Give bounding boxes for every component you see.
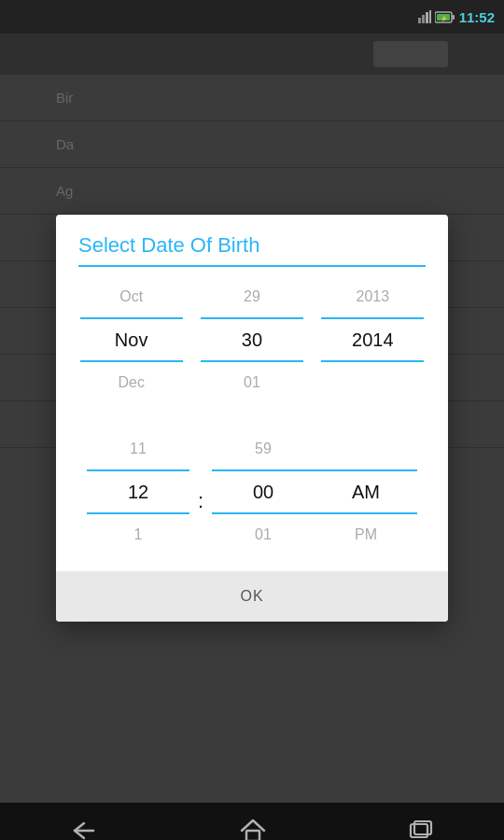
- year-next[interactable]: [321, 362, 424, 403]
- ampm-prev[interactable]: [315, 428, 417, 469]
- hour-next[interactable]: 1: [87, 514, 189, 555]
- svg-marker-2: [426, 12, 428, 23]
- main-background: Bir Da Ag Ag Ag Ag Ag Ag Select Date Of …: [0, 34, 504, 803]
- hour-selected[interactable]: 12: [87, 471, 189, 512]
- dialog-overlay: Select Date Of Birth Oct Nov Dec 29 30: [0, 34, 504, 803]
- dialog-actions: OK: [56, 571, 448, 622]
- hour-picker[interactable]: 11 12 1: [87, 428, 189, 555]
- dialog-title: Select Date Of Birth: [56, 215, 448, 258]
- month-prev[interactable]: Oct: [80, 276, 183, 317]
- status-bar: ⚡ 11:52: [0, 0, 504, 34]
- status-time: 11:52: [459, 9, 495, 25]
- year-selected[interactable]: 2014: [321, 319, 424, 360]
- svg-text:⚡: ⚡: [440, 15, 447, 22]
- month-picker[interactable]: Oct Nov Dec: [80, 276, 183, 403]
- hour-prev[interactable]: 11: [87, 428, 189, 469]
- time-picker-section[interactable]: 11 12 1 : 59 00: [56, 420, 448, 556]
- date-picker-dialog: Select Date Of Birth Oct Nov Dec 29 30: [56, 215, 448, 622]
- day-next[interactable]: 01: [201, 362, 303, 403]
- day-picker[interactable]: 29 30 01: [201, 276, 303, 403]
- date-picker-section[interactable]: Oct Nov Dec 29 30 01 2013: [56, 267, 448, 403]
- svg-rect-6: [452, 15, 455, 20]
- svg-marker-1: [422, 15, 425, 23]
- minute-prev[interactable]: 59: [212, 428, 315, 469]
- day-prev[interactable]: 29: [201, 276, 303, 317]
- ampm-picker[interactable]: AM PM: [315, 428, 417, 555]
- signal-icon: [418, 10, 431, 23]
- ampm-next[interactable]: PM: [315, 514, 417, 555]
- back-icon: [71, 819, 97, 840]
- month-selected[interactable]: Nov: [80, 319, 183, 360]
- ampm-selected[interactable]: AM: [315, 471, 417, 512]
- nav-bar: [0, 803, 504, 840]
- minute-picker[interactable]: 59 00 01: [212, 428, 315, 555]
- recents-icon: [409, 820, 433, 840]
- svg-rect-9: [246, 831, 259, 840]
- minute-next[interactable]: 01: [212, 514, 315, 555]
- day-selected[interactable]: 30: [201, 319, 303, 360]
- svg-marker-3: [429, 10, 431, 23]
- home-button[interactable]: [240, 819, 266, 840]
- time-colon: :: [198, 489, 203, 513]
- year-prev[interactable]: 2013: [321, 276, 424, 317]
- battery-icon: ⚡: [435, 11, 455, 23]
- recents-button[interactable]: [409, 820, 433, 840]
- back-button[interactable]: [71, 819, 97, 840]
- ok-button[interactable]: OK: [225, 584, 278, 609]
- home-icon: [240, 819, 266, 840]
- minute-selected[interactable]: 00: [212, 471, 315, 512]
- status-icons: ⚡ 11:52: [418, 9, 495, 25]
- year-picker[interactable]: 2013 2014: [321, 276, 424, 403]
- month-next[interactable]: Dec: [80, 362, 183, 403]
- svg-marker-0: [418, 18, 421, 23]
